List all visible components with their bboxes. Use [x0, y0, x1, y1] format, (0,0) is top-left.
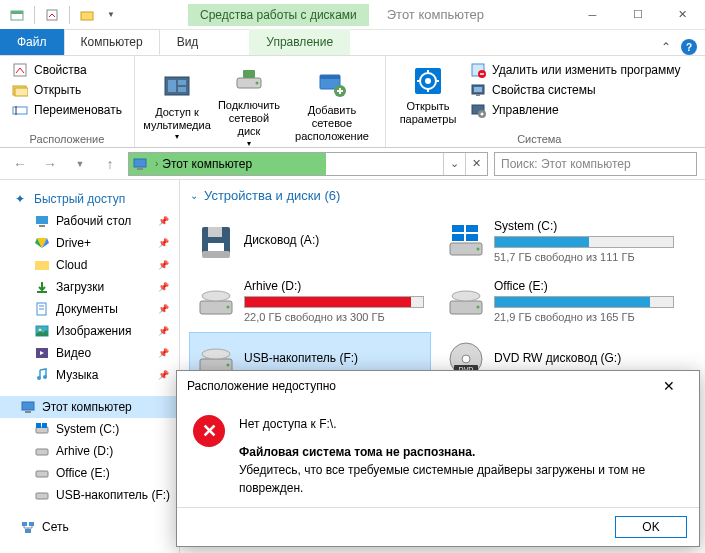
- uninstall-button[interactable]: Удалить или изменить программу: [466, 60, 685, 80]
- nav-back-button[interactable]: ←: [8, 152, 32, 176]
- sidebar-item-label: System (C:): [56, 422, 119, 436]
- minimize-button[interactable]: ─: [570, 0, 615, 30]
- drive-usage-bar: [494, 236, 674, 248]
- tab-file[interactable]: Файл: [0, 29, 64, 55]
- address-dropdown-button[interactable]: ⌄: [443, 153, 465, 175]
- drive-info: Arhive (D:)22,0 ГБ свободно из 300 ГБ: [244, 279, 424, 323]
- svg-point-34: [480, 113, 483, 116]
- system-properties-button[interactable]: Свойства системы: [466, 80, 685, 100]
- dialog-text: Нет доступа к F:\. Файловая система тома…: [239, 415, 683, 497]
- svg-rect-17: [320, 75, 340, 79]
- map-drive-button[interactable]: Подключить сетевой диск ▾: [215, 60, 283, 152]
- tab-manage[interactable]: Управление: [249, 29, 350, 55]
- address-stop-button[interactable]: ✕: [465, 153, 487, 175]
- svg-rect-10: [168, 80, 176, 92]
- qat-new-folder-icon[interactable]: [76, 4, 98, 26]
- svg-point-69: [477, 248, 480, 251]
- address-bar[interactable]: › Этот компьютер ⌄ ✕: [128, 152, 488, 176]
- open-label: Открыть: [34, 83, 81, 97]
- svg-rect-71: [466, 225, 478, 232]
- properties-label: Свойства: [34, 63, 87, 77]
- svg-point-82: [202, 349, 230, 359]
- dialog-close-button[interactable]: ✕: [649, 372, 689, 400]
- svg-rect-67: [202, 251, 230, 258]
- manage-button[interactable]: Управление: [466, 100, 685, 120]
- svg-rect-60: [36, 493, 48, 499]
- dialog-ok-button[interactable]: OK: [615, 516, 687, 538]
- qat-properties-icon[interactable]: [41, 4, 63, 26]
- add-network-button[interactable]: Добавить сетевое расположение: [287, 60, 377, 152]
- nav-forward-button[interactable]: →: [38, 152, 62, 176]
- svg-rect-6: [15, 88, 28, 96]
- sidebar-cloud[interactable]: Cloud📌: [0, 254, 179, 276]
- devices-header[interactable]: ⌄ Устройства и диски (6): [190, 188, 695, 203]
- star-icon: ✦: [12, 191, 28, 207]
- ribbon-group-location-label: Расположение: [8, 131, 126, 145]
- pin-icon: 📌: [158, 260, 169, 270]
- properties-button[interactable]: Свойства: [8, 60, 126, 80]
- sidebar-pictures[interactable]: Изображения📌: [0, 320, 179, 342]
- sidebar-system-c[interactable]: System (C:): [0, 418, 179, 440]
- sidebar-item-label: Изображения: [56, 324, 131, 338]
- nav-up-button[interactable]: ↑: [98, 152, 122, 176]
- rename-label: Переименовать: [34, 103, 122, 117]
- svg-rect-54: [25, 411, 31, 413]
- svg-point-75: [227, 306, 230, 309]
- qat-icon-1[interactable]: [6, 4, 28, 26]
- drive-name: DVD RW дисковод (G:): [494, 351, 674, 365]
- sidebar-this-pc[interactable]: Этот компьютер: [0, 396, 179, 418]
- navbar: ← → ▼ ↑ › Этот компьютер ⌄ ✕ Поиск: Этот…: [0, 148, 705, 180]
- open-settings-button[interactable]: Открыть параметры: [394, 60, 462, 131]
- svg-point-52: [43, 375, 47, 379]
- maximize-button[interactable]: ☐: [615, 0, 660, 30]
- sidebar-downloads[interactable]: Загрузки📌: [0, 276, 179, 298]
- tab-view[interactable]: Вид: [160, 29, 216, 55]
- pin-icon: 📌: [158, 216, 169, 226]
- drives-container: Дисковод (A:)System (C:)51,7 ГБ свободно…: [190, 213, 695, 385]
- search-input[interactable]: Поиск: Этот компьютер: [494, 152, 697, 176]
- sidebar-desktop[interactable]: Рабочий стол📌: [0, 210, 179, 232]
- svg-rect-70: [452, 225, 464, 232]
- drive-free-text: 51,7 ГБ свободно из 111 ГБ: [494, 251, 674, 263]
- close-button[interactable]: ✕: [660, 0, 705, 30]
- contextual-tab-header: Средства работы с дисками: [188, 4, 369, 26]
- drive-item[interactable]: Office (E:)21,9 ГБ свободно из 165 ГБ: [440, 273, 680, 329]
- sidebar-quick-access[interactable]: ✦Быстрый доступ: [0, 188, 179, 210]
- qat-dropdown-icon[interactable]: ▼: [100, 4, 122, 26]
- drive-free-text: 21,9 ГБ свободно из 165 ГБ: [494, 311, 674, 323]
- svg-point-81: [227, 364, 230, 367]
- breadcrumb-chevron-icon[interactable]: ›: [151, 158, 162, 169]
- ribbon-group-location: Свойства Открыть Переименовать Расположе…: [0, 56, 135, 147]
- sidebar-videos[interactable]: Видео📌: [0, 342, 179, 364]
- chevron-down-icon: ⌄: [190, 190, 198, 201]
- tab-computer[interactable]: Компьютер: [64, 29, 160, 55]
- drive-info: USB-накопитель (F:): [244, 351, 424, 368]
- sidebar-item-label: Arhive (D:): [56, 444, 113, 458]
- nav-history-button[interactable]: ▼: [68, 152, 92, 176]
- sidebar-arhive-d[interactable]: Arhive (D:): [0, 440, 179, 462]
- quick-access-toolbar: ▼: [0, 4, 128, 26]
- drive-item[interactable]: Дисковод (A:): [190, 213, 430, 269]
- open-button[interactable]: Открыть: [8, 80, 126, 100]
- drive-item[interactable]: System (C:)51,7 ГБ свободно из 111 ГБ: [440, 213, 680, 269]
- sidebar-documents[interactable]: Документы📌: [0, 298, 179, 320]
- collapse-ribbon-icon[interactable]: ⌃: [661, 40, 671, 54]
- sidebar-driveplus[interactable]: Drive+📌: [0, 232, 179, 254]
- ribbon: Свойства Открыть Переименовать Расположе…: [0, 56, 705, 148]
- sidebar-item-label: Cloud: [56, 258, 87, 272]
- pin-icon: 📌: [158, 238, 169, 248]
- breadcrumb-text[interactable]: Этот компьютер: [162, 157, 252, 171]
- manage-icon: [470, 102, 486, 118]
- svg-rect-30: [474, 87, 482, 92]
- drive-item[interactable]: Arhive (D:)22,0 ГБ свободно из 300 ГБ: [190, 273, 430, 329]
- rename-button[interactable]: Переименовать: [8, 100, 126, 120]
- sidebar-network[interactable]: Сеть: [0, 516, 179, 538]
- sidebar-office-e[interactable]: Office (E:): [0, 462, 179, 484]
- sidebar-usb-f[interactable]: USB-накопитель (F:): [0, 484, 179, 506]
- svg-rect-53: [22, 402, 34, 410]
- dialog-line1: Файловая система тома не распознана.: [239, 443, 683, 461]
- drive-icon: [196, 221, 236, 261]
- help-icon[interactable]: ?: [681, 39, 697, 55]
- sidebar-music[interactable]: Музыка📌: [0, 364, 179, 386]
- media-access-button[interactable]: Доступ к мультимедиа ▾: [143, 60, 211, 152]
